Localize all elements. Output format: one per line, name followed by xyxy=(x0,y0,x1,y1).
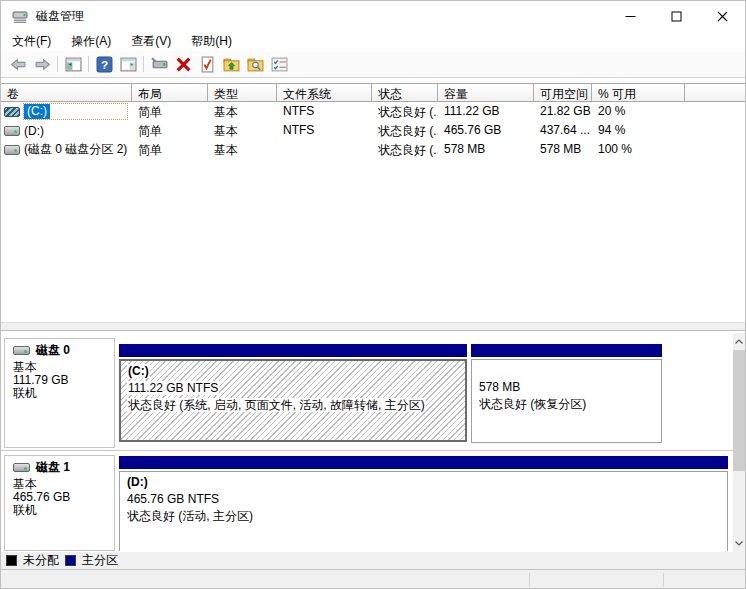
partition-d[interactable]: (D:) 465.76 GB NTFS 状态良好 (活动, 主分区) xyxy=(119,456,728,551)
volume-name-cell[interactable]: (磁盘 0 磁盘分区 2) xyxy=(1,140,132,159)
partition-body: 578 MB 状态良好 (恢复分区) xyxy=(471,359,662,443)
volume-row-c[interactable]: (C:) 简单 基本 NTFS 状态良好 (... 111.22 GB 21.8… xyxy=(1,102,746,121)
forward-button[interactable] xyxy=(30,53,54,75)
partition-recovery[interactable]: 578 MB 状态良好 (恢复分区) xyxy=(471,344,662,443)
partition-detail: 465.76 GB NTFS xyxy=(126,492,220,506)
menu-help[interactable]: 帮助(H) xyxy=(181,31,242,52)
disk-1-info-box[interactable]: 磁盘 1 基本 465.76 GB 联机 xyxy=(4,455,115,551)
column-header-filesystem[interactable]: 文件系统 xyxy=(277,84,372,101)
pct-free-cell: 100 % xyxy=(592,140,685,159)
folder-up-button[interactable] xyxy=(219,53,243,75)
legend-bar: 未分配 主分区 xyxy=(1,552,745,569)
partition-body: (D:) 465.76 GB NTFS 状态良好 (活动, 主分区) xyxy=(119,471,728,551)
window-title: 磁盘管理 xyxy=(36,8,84,25)
volume-name-cell[interactable]: (C:) xyxy=(1,102,132,121)
column-header-blank xyxy=(685,84,746,101)
vertical-scrollbar[interactable] xyxy=(733,333,745,552)
show-action-pane-button[interactable] xyxy=(116,53,140,75)
capacity-cell: 111.22 GB xyxy=(438,102,534,121)
blank-cell xyxy=(685,140,746,159)
show-console-tree-button[interactable] xyxy=(61,53,85,75)
legend-unallocated-label: 未分配 xyxy=(23,552,59,569)
maximize-button[interactable] xyxy=(653,1,699,31)
partition-color-strip xyxy=(119,456,728,469)
properties-button[interactable] xyxy=(195,53,219,75)
scroll-down-button[interactable] xyxy=(733,535,745,552)
disk-icon xyxy=(13,463,30,472)
free-space-cell: 21.82 GB xyxy=(534,102,592,121)
toolbar-separator xyxy=(88,56,89,72)
toolbar: ? xyxy=(1,51,745,78)
partition-c[interactable]: (C:) 111.22 GB NTFS 状态良好 (系统, 启动, 页面文件, … xyxy=(119,344,467,442)
menu-file[interactable]: 文件(F) xyxy=(2,31,61,52)
volume-list: 卷 布局 类型 文件系统 状态 容量 可用空间 % 可用 (C:) 简单 基本 … xyxy=(1,83,746,159)
column-header-volume[interactable]: 卷 xyxy=(1,84,132,101)
status-bar-separator xyxy=(663,573,664,587)
minimize-button[interactable] xyxy=(607,1,653,31)
folder-search-button[interactable] xyxy=(243,53,267,75)
console-tree-icon xyxy=(65,56,82,73)
column-header-capacity[interactable]: 容量 xyxy=(438,84,534,101)
status-bar xyxy=(1,570,745,589)
close-button[interactable] xyxy=(699,1,745,31)
menu-bar: 文件(F) 操作(A) 查看(V) 帮助(H) xyxy=(1,31,745,51)
partition-detail: 111.22 GB NTFS xyxy=(127,381,219,395)
pct-free-cell: 20 % xyxy=(592,102,685,121)
legend-primary-swatch xyxy=(65,555,76,566)
menu-action[interactable]: 操作(A) xyxy=(61,31,121,52)
column-header-free-space[interactable]: 可用空间 xyxy=(534,84,592,101)
disk-0-row: 磁盘 0 基本 111.79 GB 联机 (C:) 111.22 GB NTFS… xyxy=(1,335,733,451)
scrollbar-thumb[interactable] xyxy=(733,350,745,471)
volume-name: (C:) xyxy=(24,104,50,119)
free-space-cell: 437.64 ... xyxy=(534,121,592,140)
status-cell: 状态良好 (... xyxy=(372,102,438,121)
checklist-button[interactable] xyxy=(267,53,291,75)
layout-cell: 简单 xyxy=(132,102,208,121)
scroll-up-button[interactable] xyxy=(733,333,745,350)
folder-up-icon xyxy=(223,56,240,73)
column-header-layout[interactable]: 布局 xyxy=(132,84,208,101)
pct-free-cell: 94 % xyxy=(592,121,685,140)
delete-volume-button[interactable] xyxy=(171,53,195,75)
pane-splitter[interactable] xyxy=(1,322,745,331)
selection-focus-rect: (C:) xyxy=(23,103,128,120)
capacity-cell: 578 MB xyxy=(438,140,534,159)
partition-body-selected: (C:) 111.22 GB NTFS 状态良好 (系统, 启动, 页面文件, … xyxy=(119,359,467,442)
disk-management-app-icon xyxy=(12,8,28,24)
back-icon xyxy=(10,56,27,73)
disk-management-window: 磁盘管理 文件(F) 操作(A) 查看(V) 帮助(H) xyxy=(0,0,746,589)
disk-0-info-box[interactable]: 磁盘 0 基本 111.79 GB 联机 xyxy=(4,338,115,448)
volume-name: (D:) xyxy=(20,124,44,138)
disk-icon xyxy=(13,346,30,355)
status-bar-separator xyxy=(529,573,530,587)
graphical-view: 磁盘 0 基本 111.79 GB 联机 (C:) 111.22 GB NTFS… xyxy=(1,331,745,552)
legend-unallocated-swatch xyxy=(6,555,17,566)
partition-color-strip xyxy=(119,344,467,357)
menu-view[interactable]: 查看(V) xyxy=(121,31,181,52)
back-button[interactable] xyxy=(6,53,30,75)
help-icon: ? xyxy=(96,56,113,73)
column-header-type[interactable]: 类型 xyxy=(208,84,277,101)
chevron-up-icon xyxy=(735,339,743,344)
volume-row-partition2[interactable]: (磁盘 0 磁盘分区 2) 简单 基本 状态良好 (... 578 MB 578… xyxy=(1,140,746,159)
free-space-cell: 578 MB xyxy=(534,140,592,159)
blank-cell xyxy=(685,121,746,140)
type-cell: 基本 xyxy=(208,140,277,159)
partition-status: 状态良好 (活动, 主分区) xyxy=(126,509,254,523)
partition-color-strip xyxy=(471,344,662,357)
column-header-pct-free[interactable]: % 可用 xyxy=(592,84,685,101)
disk-name: 磁盘 0 xyxy=(36,344,70,357)
disk-1-row: 磁盘 1 基本 465.76 GB 联机 (D:) 465.76 GB NTFS… xyxy=(1,452,733,552)
action-pane-icon xyxy=(120,56,137,73)
disk-status: 联机 xyxy=(13,504,114,517)
filesystem-cell: NTFS xyxy=(277,102,372,121)
layout-cell: 简单 xyxy=(132,121,208,140)
chevron-down-icon xyxy=(735,541,743,546)
volume-drive-icon xyxy=(4,126,20,136)
maximize-icon xyxy=(671,11,682,22)
device-button[interactable] xyxy=(147,53,171,75)
help-button[interactable]: ? xyxy=(92,53,116,75)
volume-row-d[interactable]: (D:) 简单 基本 NTFS 状态良好 (... 465.76 GB 437.… xyxy=(1,121,746,140)
column-header-status[interactable]: 状态 xyxy=(372,84,438,101)
volume-name-cell[interactable]: (D:) xyxy=(1,121,132,140)
